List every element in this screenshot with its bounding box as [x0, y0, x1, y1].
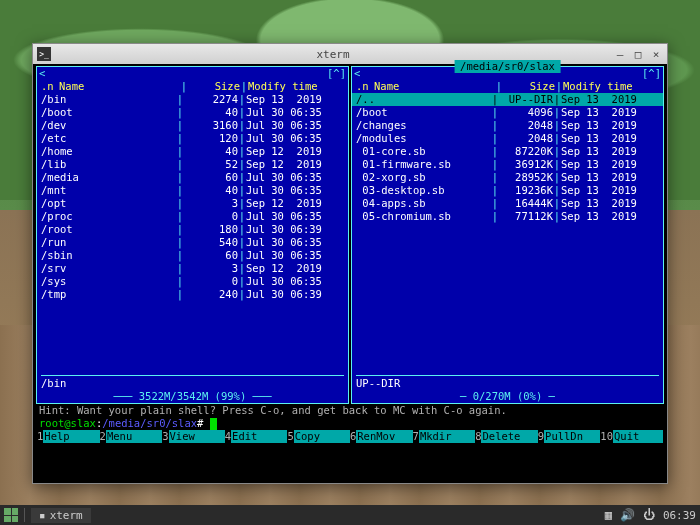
right-panel-path[interactable]: /media/sr0/slax	[454, 60, 561, 73]
window-title: xterm	[57, 48, 609, 61]
minimize-button[interactable]: –	[613, 47, 627, 61]
right-panel-headers: .n Name | Size | Modify time	[352, 80, 663, 93]
file-row[interactable]: /..|UP--DIR|Sep 13 2019	[352, 93, 663, 106]
close-button[interactable]: ×	[649, 47, 663, 61]
panel-left-arrow-icon[interactable]	[354, 67, 360, 80]
tray-grid-icon[interactable]: ▦	[605, 508, 612, 522]
xterm-window: >_ xterm – □ × .n Name | Size | Modify t…	[32, 43, 668, 484]
taskbar[interactable]: ▪ xterm ▦ 🔊 ⏻ 06:39	[0, 505, 700, 525]
taskbar-task[interactable]: ▪ xterm	[31, 508, 91, 523]
function-keys: 1Help2Menu3View4Edit5Copy6RenMov7Mkdir8D…	[35, 430, 665, 443]
left-panel-disk: ─── 3522M/3542M (99%) ───	[37, 390, 348, 403]
file-row[interactable]: /etc|120|Jul 30 06:35	[37, 132, 348, 145]
file-row[interactable]: /sbin|60|Jul 30 06:35	[37, 249, 348, 262]
fkey-edit[interactable]: 4Edit	[225, 430, 288, 443]
file-row[interactable]: 01-firmware.sb|36912K|Sep 13 2019	[352, 158, 663, 171]
fkey-mkdir[interactable]: 7Mkdir	[413, 430, 476, 443]
power-icon[interactable]: ⏻	[643, 508, 655, 522]
file-row[interactable]: /srv|3|Sep 12 2019	[37, 262, 348, 275]
panel-up-icon[interactable]	[327, 67, 346, 80]
file-row[interactable]: /home|40|Sep 12 2019	[37, 145, 348, 158]
file-row[interactable]: 01-core.sb|87220K|Sep 13 2019	[352, 145, 663, 158]
fkey-view[interactable]: 3View	[162, 430, 225, 443]
terminal-icon: ▪	[39, 509, 46, 522]
file-row[interactable]: /root|180|Jul 30 06:39	[37, 223, 348, 236]
right-panel-info: UP--DIR	[352, 376, 663, 390]
file-row[interactable]: /media|60|Jul 30 06:35	[37, 171, 348, 184]
file-row[interactable]: 04-apps.sb|16444K|Sep 13 2019	[352, 197, 663, 210]
fkey-renmov[interactable]: 6RenMov	[350, 430, 413, 443]
fkey-menu[interactable]: 2Menu	[100, 430, 163, 443]
shell-prompt[interactable]: root@slax:/media/sr0/slax#	[35, 417, 665, 430]
left-panel-headers: .n Name | Size | Modify time	[37, 80, 348, 93]
file-row[interactable]: /boot|4096|Sep 13 2019	[352, 106, 663, 119]
file-row[interactable]: /mnt|40|Jul 30 06:35	[37, 184, 348, 197]
panel-up-icon[interactable]	[642, 67, 661, 80]
file-row[interactable]: 05-chromium.sb|77112K|Sep 13 2019	[352, 210, 663, 223]
left-panel[interactable]: .n Name | Size | Modify time /bin|2274|S…	[36, 66, 349, 404]
fkey-delete[interactable]: 8Delete	[475, 430, 538, 443]
file-row[interactable]: /proc|0|Jul 30 06:35	[37, 210, 348, 223]
app-icon: >_	[37, 47, 51, 61]
file-row[interactable]: /boot|40|Jul 30 06:35	[37, 106, 348, 119]
file-row[interactable]: /run|540|Jul 30 06:35	[37, 236, 348, 249]
fkey-copy[interactable]: 5Copy	[287, 430, 350, 443]
file-row[interactable]: 02-xorg.sb|28952K|Sep 13 2019	[352, 171, 663, 184]
left-panel-info: /bin	[37, 376, 348, 390]
start-menu-icon[interactable]	[4, 508, 18, 522]
file-row[interactable]: /bin|2274|Sep 13 2019	[37, 93, 348, 106]
fkey-quit[interactable]: 10Quit	[600, 430, 663, 443]
file-row[interactable]: /dev|3160|Jul 30 06:35	[37, 119, 348, 132]
file-row[interactable]: /tmp|240|Jul 30 06:39	[37, 288, 348, 301]
fkey-pulldn[interactable]: 9PullDn	[538, 430, 601, 443]
right-panel[interactable]: /media/sr0/slax .n Name | Size | Modify …	[351, 66, 664, 404]
hint-text: Hint: Want your plain shell? Press C-o, …	[35, 404, 665, 417]
fkey-help[interactable]: 1Help	[37, 430, 100, 443]
titlebar[interactable]: >_ xterm – □ ×	[33, 44, 667, 64]
file-row[interactable]: /sys|0|Jul 30 06:35	[37, 275, 348, 288]
file-row[interactable]: /lib|52|Sep 12 2019	[37, 158, 348, 171]
file-row[interactable]: /opt|3|Sep 12 2019	[37, 197, 348, 210]
volume-icon[interactable]: 🔊	[620, 508, 635, 522]
cursor-icon	[210, 418, 217, 430]
right-panel-disk: ─ 0/270M (0%) ─	[352, 390, 663, 403]
file-row[interactable]: /changes|2048|Sep 13 2019	[352, 119, 663, 132]
file-row[interactable]: 03-desktop.sb|19236K|Sep 13 2019	[352, 184, 663, 197]
clock[interactable]: 06:39	[663, 509, 696, 522]
file-row[interactable]: /modules|2048|Sep 13 2019	[352, 132, 663, 145]
panel-left-arrow-icon[interactable]	[39, 67, 45, 80]
maximize-button[interactable]: □	[631, 47, 645, 61]
